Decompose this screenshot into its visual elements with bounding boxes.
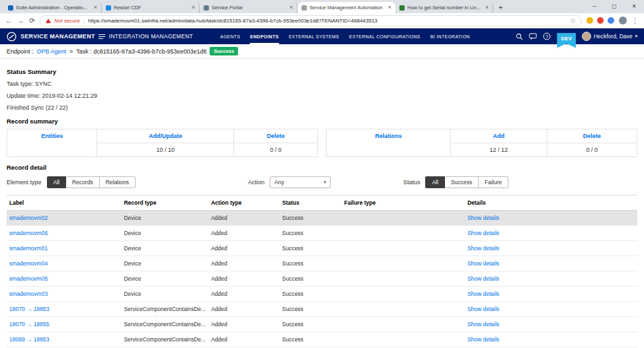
table-row[interactable]: 18070 → 18853 ServiceComponentContainsDe… [7, 302, 637, 317]
action-label: Action [248, 179, 264, 186]
show-details-link[interactable]: Show details [467, 215, 499, 221]
breadcrumb-endpoint-link[interactable]: OPB Agent [37, 48, 67, 55]
status-failure-button[interactable]: Failure [479, 176, 508, 188]
action-select[interactable]: Any ▾ [270, 176, 331, 188]
record-label-link[interactable]: smademovm04 [9, 260, 48, 267]
new-tab-button[interactable]: + [499, 4, 503, 11]
show-details-link[interactable]: Show details [467, 260, 499, 267]
tab-close-icon[interactable]: × [388, 5, 391, 11]
minimize-button[interactable]: ─ [584, 0, 604, 13]
show-details-link[interactable]: Show details [467, 275, 499, 282]
action-type-cell: Added [208, 317, 280, 332]
browser-tab[interactable]: Service Portal × [200, 2, 298, 13]
failure-type-cell [342, 226, 465, 241]
app-nav-item-external-systems[interactable]: EXTERNAL SYSTEMS [289, 28, 339, 44]
record-label-link[interactable]: smademovm02 [9, 215, 48, 221]
app-nav-item-bi-integration[interactable]: BI INTEGRATION [430, 28, 470, 44]
browser-menu-icon[interactable]: ⋮ [631, 17, 639, 25]
tab-close-icon[interactable]: × [485, 5, 489, 11]
search-icon[interactable] [516, 33, 523, 40]
close-button[interactable]: ✕ [624, 0, 644, 13]
show-details-link[interactable]: Show details [467, 336, 499, 343]
show-details-link[interactable]: Show details [467, 321, 499, 328]
show-details-link[interactable]: Show details [467, 230, 499, 236]
table-row[interactable]: 18070 → 18855 ServiceComponentContainsDe… [7, 317, 637, 332]
table-row[interactable]: smademovm06 Device Added Success Show de… [7, 226, 637, 241]
record-label-link[interactable]: 18070 → 18853 [9, 306, 50, 312]
status-all-button[interactable]: All [425, 176, 444, 188]
status-badge: Success [210, 47, 237, 55]
app-nav-item-external-configurations[interactable]: EXTERNAL CONFIGURATIONS [349, 28, 421, 44]
chat-icon[interactable] [529, 33, 537, 40]
tab-close-icon[interactable]: × [94, 5, 97, 11]
app-nav-item-endpoints[interactable]: ENDPOINTS [250, 28, 278, 44]
record-label-link[interactable]: smademovm06 [9, 230, 48, 236]
action-type-cell: Added [208, 287, 280, 302]
breadcrumb-separator: > [69, 48, 73, 55]
extension-icon[interactable] [586, 17, 593, 24]
back-icon[interactable]: ← [5, 17, 13, 24]
tab-favicon-icon [8, 5, 13, 11]
action-type-cell: Added [208, 211, 280, 226]
browser-tab[interactable]: Restart CDF × [102, 2, 200, 13]
record-summary-title: Record summary [7, 118, 637, 125]
url-input[interactable]: Not secure | https://smademovm01.swinfra… [40, 15, 582, 26]
element-type-segment: All Records Relations [47, 176, 136, 188]
element-type-all-button[interactable]: All [47, 176, 66, 188]
table-row[interactable]: smademovm03 Device Added Success Show de… [7, 287, 637, 302]
show-details-link[interactable]: Show details [467, 245, 499, 252]
status-success-button[interactable]: Success [445, 176, 479, 188]
record-type-cell: ServiceComponentContainsDe... [121, 332, 208, 347]
element-type-records-button[interactable]: Records [66, 176, 100, 188]
record-label-link[interactable]: smademovm01 [9, 245, 48, 252]
tab-title: Service Management Automation [309, 5, 385, 11]
extension-icon[interactable] [597, 17, 604, 24]
record-label-link[interactable]: smademovm05 [9, 275, 48, 282]
failure-type-cell [342, 241, 465, 256]
failure-type-cell [342, 287, 465, 302]
bookmark-star-icon[interactable]: ☆ [570, 17, 576, 24]
add-update-header: Add/Update [97, 129, 234, 143]
browser-tab[interactable]: Suite Administration - Operatio... × [4, 2, 102, 13]
browser-profile-icon[interactable] [619, 17, 627, 24]
help-icon[interactable]: ? [543, 32, 551, 40]
forward-icon[interactable]: → [17, 17, 24, 24]
show-details-link[interactable]: Show details [467, 306, 499, 312]
delete-header: Delete [547, 129, 637, 143]
action-selected-value: Any [274, 179, 284, 186]
failure-type-column-header: Failure type [342, 195, 465, 211]
tab-favicon-icon [106, 5, 111, 11]
record-type-cell: Device [121, 226, 208, 241]
relations-delete-value: 0 / 0 [547, 143, 637, 157]
extension-icon[interactable] [608, 17, 614, 24]
table-row[interactable]: smademovm02 Device Added Success Show de… [7, 211, 637, 226]
show-details-link[interactable]: Show details [467, 291, 499, 297]
table-row[interactable]: smademovm01 Device Added Success Show de… [7, 241, 637, 256]
chevron-down-icon: ▾ [635, 34, 637, 39]
brand-title: SERVICE MANAGEMENT [20, 33, 95, 40]
element-type-relations-button[interactable]: Relations [100, 176, 136, 188]
browser-tab[interactable]: Service Management Automation × [298, 2, 395, 13]
user-menu[interactable]: Heckford, Dave ▾ [582, 32, 637, 41]
record-label-link[interactable]: smademovm03 [9, 291, 48, 297]
tab-title: Service Portal [212, 5, 287, 11]
module-menu-icon[interactable] [99, 34, 105, 40]
record-label-link[interactable]: 18070 → 18855 [9, 321, 50, 328]
browser-tab[interactable]: How to get Serial number in Lin... × [395, 2, 493, 13]
status-column-header: Status [280, 195, 342, 211]
record-type-cell: Device [121, 271, 208, 287]
table-row[interactable]: 18069 → 18853 ServiceComponentContainsDe… [7, 332, 637, 347]
relations-add-value: 12 / 12 [451, 143, 547, 157]
table-row[interactable]: smademovm05 Device Added Success Show de… [7, 271, 637, 287]
action-type-cell: Added [208, 241, 280, 256]
tab-close-icon[interactable]: × [192, 5, 195, 11]
action-type-cell: Added [208, 271, 280, 287]
app-nav-item-agents[interactable]: AGENTS [220, 28, 240, 44]
maximize-button[interactable]: ▢ [604, 0, 624, 13]
refresh-icon[interactable]: ⟳ [29, 17, 35, 24]
record-label-link[interactable]: 18069 → 18853 [9, 336, 50, 343]
not-secure-label: Not secure [54, 18, 80, 24]
details-column-header: Details [465, 195, 637, 211]
tab-close-icon[interactable]: × [290, 5, 293, 11]
table-row[interactable]: smademovm04 Device Added Success Show de… [7, 256, 637, 271]
